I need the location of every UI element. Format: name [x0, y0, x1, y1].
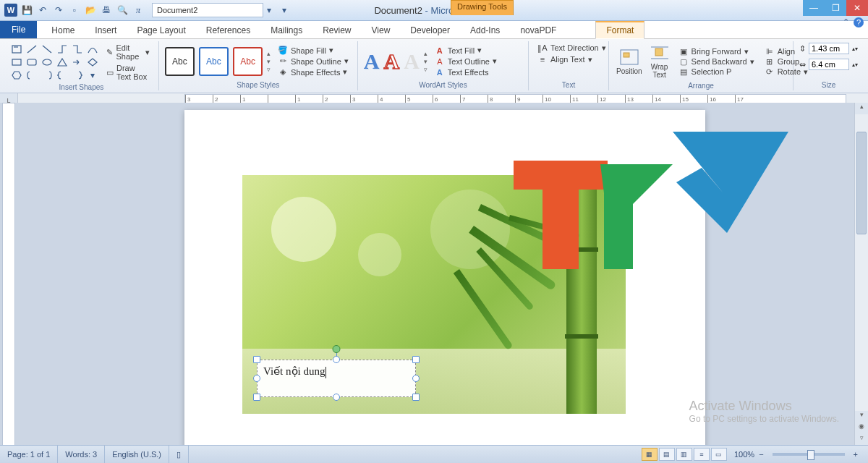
- shapes-gallery[interactable]: ▾: [10, 43, 99, 81]
- zoom-in-button[interactable]: +: [851, 450, 861, 459]
- shape-ellipse-icon[interactable]: [41, 56, 54, 68]
- tab-addins[interactable]: Add-Ins: [460, 22, 510, 38]
- file-tab[interactable]: File: [0, 21, 37, 38]
- equation-icon[interactable]: π: [132, 4, 145, 17]
- resize-handle-w[interactable]: [253, 375, 260, 382]
- shape-curve-icon[interactable]: [86, 43, 99, 55]
- redo-icon[interactable]: ↷: [52, 4, 65, 17]
- shape-textbox-icon[interactable]: [10, 43, 23, 55]
- tab-developer[interactable]: Developer: [400, 22, 460, 38]
- status-words[interactable]: Words: 3: [58, 446, 105, 463]
- tab-novapdf[interactable]: novaPDF: [510, 22, 566, 38]
- shape-outline-button[interactable]: ✏Shape Outline ▾: [275, 56, 352, 67]
- text-effects-button[interactable]: AText Effects: [432, 67, 500, 77]
- text-fill-button[interactable]: AText Fill ▾: [432, 46, 500, 56]
- minimize-button[interactable]: —: [803, 0, 825, 16]
- shape-style-3[interactable]: Abc: [233, 47, 263, 76]
- tab-review[interactable]: Review: [312, 22, 361, 38]
- send-backward-button[interactable]: ▢Send Backward ▾: [676, 56, 757, 67]
- view-web[interactable]: ▥: [676, 448, 692, 461]
- text-outline-button[interactable]: AText Outline ▾: [432, 56, 500, 67]
- open-icon[interactable]: 📂: [84, 4, 97, 17]
- position-button[interactable]: Position: [615, 47, 644, 77]
- text-box[interactable]: Viết nội dung: [257, 360, 416, 397]
- close-button[interactable]: ✕: [846, 0, 868, 16]
- tab-mailings[interactable]: Mailings: [260, 22, 312, 38]
- resize-handle-sw[interactable]: [253, 394, 260, 401]
- qat-document-dropdown[interactable]: Document2: [152, 3, 263, 17]
- wordart-styles-scroll[interactable]: ▴▾▿: [424, 50, 427, 73]
- dropdown-icon[interactable]: ▾: [263, 5, 275, 15]
- shape-brace2-icon[interactable]: [71, 69, 84, 81]
- print-icon[interactable]: 🖶: [100, 4, 113, 17]
- save-icon[interactable]: 💾: [20, 4, 33, 17]
- shape-diamond-icon[interactable]: [86, 56, 99, 68]
- wordart-style-3[interactable]: A: [404, 49, 420, 74]
- page[interactable]: Viết nội dung: [184, 110, 705, 446]
- minimize-ribbon-icon[interactable]: ⌃: [843, 17, 849, 27]
- tab-references[interactable]: References: [196, 22, 260, 38]
- status-macro-icon[interactable]: ▯: [169, 446, 189, 463]
- shape-styles-scroll[interactable]: ▴▾▿: [267, 50, 271, 73]
- scroll-down-icon[interactable]: ▾: [855, 411, 868, 422]
- status-language[interactable]: English (U.S.): [105, 446, 169, 463]
- height-input[interactable]: [809, 43, 849, 54]
- vertical-scrollbar[interactable]: ▴ ▾ ◉ ▿: [854, 103, 868, 446]
- shape-more-icon[interactable]: ▾: [86, 69, 99, 81]
- new-icon[interactable]: ▫: [68, 4, 81, 17]
- wordart-style-1[interactable]: A: [364, 49, 380, 74]
- tab-view[interactable]: View: [362, 22, 401, 38]
- resize-handle-n[interactable]: [333, 356, 340, 363]
- scroll-up-icon[interactable]: ▴: [855, 103, 868, 114]
- resize-handle-s[interactable]: [333, 394, 340, 401]
- restore-button[interactable]: ❐: [825, 0, 846, 16]
- edit-shape-button[interactable]: ✎Edit Shape ▾: [103, 43, 153, 61]
- bring-forward-button[interactable]: ▣Bring Forward ▾: [676, 46, 757, 56]
- prev-page-icon[interactable]: ◉: [855, 422, 868, 434]
- view-full-screen[interactable]: ▤: [659, 448, 675, 461]
- shape-hexagon-icon[interactable]: [10, 69, 23, 81]
- view-draft[interactable]: ▭: [711, 448, 727, 461]
- draw-text-box-button[interactable]: ▭Draw Text Box: [103, 63, 153, 82]
- selection-pane-button[interactable]: ▤Selection P: [676, 67, 757, 77]
- view-print-layout[interactable]: ▦: [642, 448, 658, 461]
- undo-icon[interactable]: ↶: [36, 4, 49, 17]
- tab-format[interactable]: Format: [595, 21, 644, 39]
- shape-connector2-icon[interactable]: [71, 43, 84, 55]
- zoom-out-button[interactable]: −: [756, 450, 766, 459]
- next-page-icon[interactable]: ▿: [855, 434, 868, 446]
- view-outline[interactable]: ≡: [694, 448, 710, 461]
- wordart-style-2[interactable]: A: [383, 49, 399, 74]
- scroll-thumb[interactable]: [856, 132, 867, 234]
- shape-effects-button[interactable]: ◈Shape Effects ▾: [275, 67, 352, 77]
- resize-handle-nw[interactable]: [253, 356, 260, 363]
- resize-handle-ne[interactable]: [412, 356, 420, 363]
- preview-icon[interactable]: 🔍: [116, 4, 129, 17]
- shape-style-1[interactable]: Abc: [165, 47, 195, 76]
- tab-insert[interactable]: Insert: [85, 22, 127, 38]
- tab-page-layout[interactable]: Page Layout: [127, 22, 195, 38]
- wrap-text-button[interactable]: Wrap Text: [648, 43, 671, 80]
- resize-handle-se[interactable]: [412, 394, 420, 401]
- shape-triangle-icon[interactable]: [56, 56, 69, 68]
- width-input[interactable]: [809, 59, 849, 70]
- shape-line-icon[interactable]: [25, 43, 38, 55]
- shape-arrow-icon[interactable]: [71, 56, 84, 68]
- shape-bracket2-icon[interactable]: [41, 69, 54, 81]
- qat-more-icon[interactable]: ▾: [278, 4, 291, 17]
- shape-rect-icon[interactable]: [10, 56, 23, 68]
- vertical-ruler[interactable]: [2, 103, 15, 446]
- shape-brace-icon[interactable]: [56, 69, 69, 81]
- zoom-level[interactable]: 100%: [734, 450, 754, 459]
- resize-handle-e[interactable]: [412, 375, 420, 382]
- zoom-slider[interactable]: [773, 453, 845, 456]
- shape-fill-button[interactable]: 🪣Shape Fill ▾: [275, 46, 352, 56]
- shape-bracket-icon[interactable]: [25, 69, 38, 81]
- shape-line2-icon[interactable]: [41, 43, 54, 55]
- shape-style-2[interactable]: Abc: [199, 47, 229, 76]
- shape-connector-icon[interactable]: [56, 43, 69, 55]
- text-direction-button[interactable]: ‖AText Direction ▾: [535, 43, 609, 53]
- shape-roundrect-icon[interactable]: [25, 56, 38, 68]
- align-text-button[interactable]: ≡Align Text ▾: [535, 54, 609, 64]
- text-box-content[interactable]: Viết nội dung: [257, 360, 416, 397]
